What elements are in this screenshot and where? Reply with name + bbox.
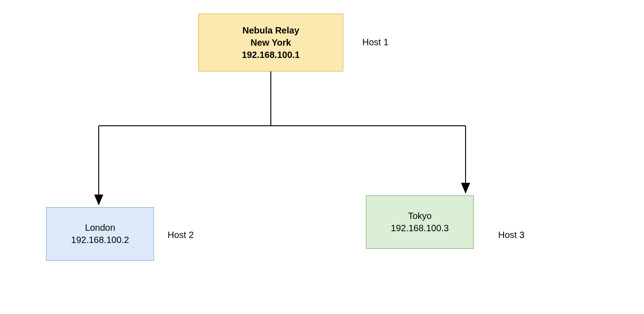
node-london-ip: 192.168.100.2 bbox=[71, 234, 129, 246]
node-london-location: London bbox=[85, 222, 115, 234]
node-tokyo-ip: 192.168.100.3 bbox=[391, 222, 449, 234]
node-tokyo-location: Tokyo bbox=[408, 210, 432, 222]
host-label-2: Host 2 bbox=[168, 230, 194, 240]
node-relay: Nebula Relay New York 192.168.100.1 bbox=[198, 14, 343, 71]
node-tokyo: Tokyo 192.168.100.3 bbox=[366, 195, 474, 249]
node-relay-location: New York bbox=[250, 37, 291, 49]
host-label-1: Host 1 bbox=[362, 37, 389, 48]
node-relay-title: Nebula Relay bbox=[242, 24, 299, 37]
node-london: London 192.168.100.2 bbox=[46, 207, 154, 261]
host-label-3: Host 3 bbox=[498, 230, 524, 240]
node-relay-ip: 192.168.100.1 bbox=[242, 49, 300, 61]
